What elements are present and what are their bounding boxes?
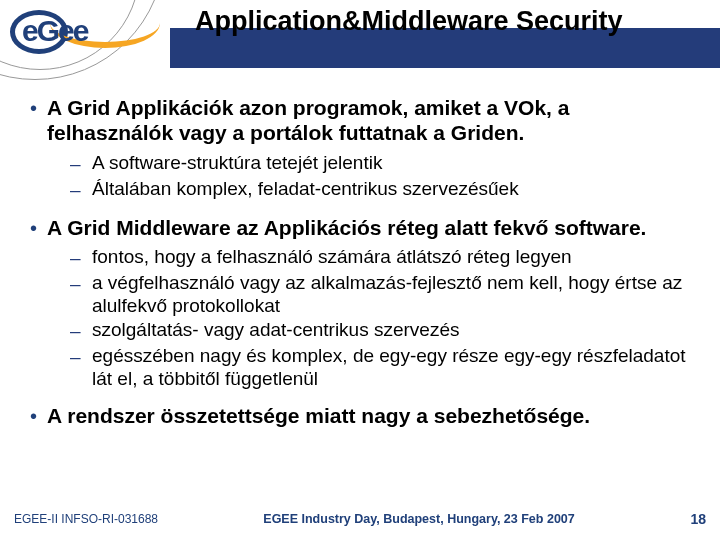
- slide-title: Application&Middleware Security: [195, 6, 710, 37]
- bullet-text: A Grid Middleware az Applikációs réteg a…: [47, 216, 696, 241]
- dash-icon: –: [70, 319, 84, 343]
- bullet-item: • A rendszer összetettsége miatt nagy a …: [30, 404, 696, 429]
- sub-bullet-item: – egésszében nagy és komplex, de egy-egy…: [70, 345, 696, 390]
- dash-icon: –: [70, 178, 84, 202]
- slide-footer: EGEE-II INFSO-RI-031688 EGEE Industry Da…: [0, 506, 720, 532]
- sub-bullet-text: fontos, hogy a felhasználó számára átlát…: [92, 246, 696, 268]
- sub-bullet-item: – a végfelhasználó vagy az alkalmazás-fe…: [70, 272, 696, 317]
- dash-icon: –: [70, 152, 84, 176]
- sub-bullet-item: – fontos, hogy a felhasználó számára átl…: [70, 246, 696, 270]
- bullet-icon: •: [30, 216, 37, 240]
- logo-text: eGee: [22, 14, 87, 48]
- bullet-item: • A Grid Middleware az Applikációs réteg…: [30, 216, 696, 390]
- sub-bullet-text: egésszében nagy és komplex, de egy-egy r…: [92, 345, 696, 390]
- sub-bullet-item: – A software-struktúra tetejét jelentik: [70, 152, 696, 176]
- slide-body: • A Grid Applikációk azon programok, ami…: [30, 96, 696, 490]
- slide-header: eGee Application&Middleware Security: [0, 0, 720, 72]
- sub-bullet-list: – fontos, hogy a felhasználó számára átl…: [70, 246, 696, 390]
- bullet-item: • A Grid Applikációk azon programok, ami…: [30, 96, 696, 202]
- bullet-list: • A Grid Applikációk azon programok, ami…: [30, 96, 696, 429]
- footer-left: EGEE-II INFSO-RI-031688: [14, 512, 158, 526]
- slide: eGee Application&Middleware Security • A…: [0, 0, 720, 540]
- footer-middle: EGEE Industry Day, Budapest, Hungary, 23…: [158, 512, 680, 526]
- dash-icon: –: [70, 345, 84, 369]
- dash-icon: –: [70, 272, 84, 296]
- sub-bullet-text: Általában komplex, feladat-centrikus sze…: [92, 178, 696, 200]
- sub-bullet-text: a végfelhasználó vagy az alkalmazás-fejl…: [92, 272, 696, 317]
- sub-bullet-item: – szolgáltatás- vagy adat-centrikus szer…: [70, 319, 696, 343]
- sub-bullet-list: – A software-struktúra tetejét jelentik …: [70, 152, 696, 202]
- bullet-icon: •: [30, 96, 37, 120]
- bullet-text: A Grid Applikációk azon programok, amike…: [47, 96, 696, 146]
- dash-icon: –: [70, 246, 84, 270]
- egee-logo: eGee: [10, 6, 170, 68]
- bullet-text: A rendszer összetettsége miatt nagy a se…: [47, 404, 696, 429]
- page-number: 18: [680, 511, 706, 527]
- sub-bullet-text: A software-struktúra tetejét jelentik: [92, 152, 696, 174]
- sub-bullet-text: szolgáltatás- vagy adat-centrikus szerve…: [92, 319, 696, 341]
- sub-bullet-item: – Általában komplex, feladat-centrikus s…: [70, 178, 696, 202]
- bullet-icon: •: [30, 404, 37, 428]
